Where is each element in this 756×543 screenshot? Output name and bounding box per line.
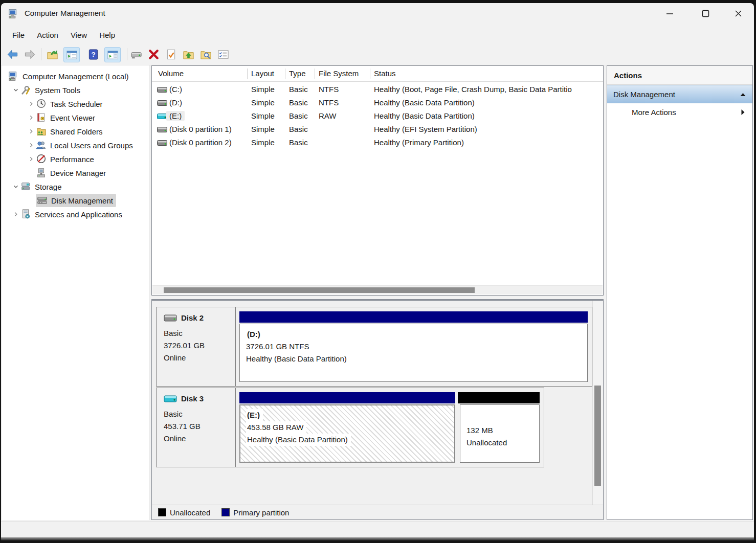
legend-swatch-unallocated [158, 508, 166, 516]
folder-up-button[interactable] [181, 47, 195, 61]
column-header-volume[interactable]: Volume [158, 69, 184, 78]
disk-type: Basic [164, 329, 183, 337]
chevron-right-icon[interactable] [27, 127, 36, 135]
chevron-right-icon[interactable] [27, 155, 36, 163]
volume-row-e-selected[interactable]: (E:) Simple Basic RAW Healthy (Basic Dat… [152, 110, 603, 123]
partition-size: 132 MB [466, 424, 539, 437]
sidebar-item-shared-folders[interactable]: Shared Folders [2, 125, 173, 138]
services-icon [20, 209, 33, 220]
horizontal-scrollbar-thumb[interactable] [164, 287, 475, 293]
minimize-button[interactable] [658, 3, 681, 24]
volume-row-disk0-partition1[interactable]: (Disk 0 partition 1) Simple Basic Health… [152, 123, 603, 137]
column-header-status[interactable]: Status [374, 69, 396, 78]
horizontal-scrollbar[interactable] [152, 285, 603, 295]
volume-row-d[interactable]: (D:) Simple Basic NTFS Healthy (Basic Da… [152, 97, 603, 110]
column-header-layout[interactable]: Layout [251, 69, 274, 78]
partition-d[interactable]: (D:) 3726.01 GB NTFS Healthy (Basic Data… [239, 324, 588, 382]
back-button[interactable] [5, 47, 19, 61]
toolbar-separator [41, 48, 41, 60]
drive-icon-selected [157, 113, 167, 120]
sidebar-item-device-manager[interactable]: Device Manager [2, 166, 173, 179]
menu-view[interactable]: View [64, 29, 93, 41]
actions-panel-title: Actions [607, 66, 752, 85]
more-actions-item[interactable]: More Actions [607, 104, 752, 120]
legend-label-unallocated: Unallocated [170, 508, 210, 517]
maximize-button[interactable] [694, 3, 717, 24]
disk-3-label-panel[interactable]: Disk 3 Basic 453.71 GB Online [157, 388, 236, 467]
legend-swatch-primary [221, 508, 230, 516]
help-icon: ? [87, 49, 99, 60]
expander-spacer [27, 196, 36, 205]
delete-icon [148, 49, 160, 60]
sidebar-item-performance[interactable]: Performance [2, 152, 173, 166]
partition-color-bar-unallocated [458, 392, 540, 403]
column-header-file-system[interactable]: File System [319, 69, 359, 78]
column-divider[interactable] [370, 69, 370, 79]
drive-icon [157, 126, 167, 133]
partition-size: 3726.01 GB NTFS [246, 341, 587, 353]
legend: Unallocated Primary partition [152, 505, 603, 519]
event-viewer-icon [36, 112, 48, 123]
chevron-right-icon[interactable] [27, 100, 36, 108]
partition-unallocated[interactable]: 132 MB Unallocated [460, 404, 540, 463]
actions-section-disk-management[interactable]: Disk Management [607, 85, 752, 103]
column-divider[interactable] [315, 69, 315, 79]
maximize-icon [702, 10, 709, 17]
view-options-button[interactable] [216, 47, 230, 61]
disk-icon [164, 314, 177, 322]
close-icon [735, 10, 742, 17]
chevron-right-icon[interactable] [11, 210, 20, 218]
sidebar-item-services-and-applications[interactable]: Services and Applications [2, 208, 158, 221]
sidebar-item-event-viewer[interactable]: Event Viewer [2, 111, 173, 124]
check-document-button[interactable] [164, 47, 178, 61]
collapse-up-icon[interactable] [740, 92, 746, 97]
drive-scan-icon [130, 49, 142, 60]
menu-action[interactable]: Action [31, 29, 64, 41]
drive-scan-button[interactable] [129, 47, 143, 61]
disk-type: Basic [164, 410, 183, 418]
forward-button[interactable] [23, 47, 37, 61]
chevron-down-icon[interactable] [11, 183, 20, 191]
action-pane-toggle-button[interactable] [104, 47, 121, 62]
legend-label-primary: Primary partition [233, 508, 289, 517]
column-divider[interactable] [247, 69, 248, 79]
close-button[interactable] [726, 3, 750, 24]
chevron-right-icon[interactable] [27, 114, 36, 122]
action-pane-icon [107, 49, 119, 61]
menu-help[interactable]: Help [93, 29, 121, 41]
pane-splitter[interactable] [151, 296, 604, 300]
window-bottom-edge [1, 537, 754, 540]
export-list-button[interactable] [45, 47, 59, 61]
disk-size: 453.71 GB [164, 422, 201, 431]
storage-icon [20, 181, 33, 192]
console-tree-toggle-button[interactable] [63, 47, 80, 62]
sidebar-item-computer-management[interactable]: Computer Management (Local) [2, 70, 155, 83]
actions-section-label: Disk Management [613, 90, 740, 99]
console-tree-icon [66, 49, 78, 61]
sidebar-item-disk-management[interactable]: Disk Management [2, 194, 173, 207]
sidebar-item-system-tools[interactable]: System Tools [2, 83, 158, 97]
help-button[interactable]: ? [86, 47, 100, 61]
chevron-down-icon[interactable] [11, 86, 20, 94]
users-icon [36, 140, 48, 151]
delete-button[interactable] [146, 47, 161, 61]
chevron-right-icon[interactable] [27, 141, 36, 149]
menu-file[interactable]: File [6, 29, 31, 41]
vertical-scrollbar[interactable] [592, 301, 603, 505]
vertical-scrollbar-thumb[interactable] [594, 386, 601, 486]
column-divider[interactable] [285, 69, 285, 79]
disk-2-label-panel[interactable]: Disk 2 Basic 3726.01 GB Online [157, 307, 236, 386]
sidebar-item-storage[interactable]: Storage [2, 180, 158, 193]
disk-3-group: Disk 3 Basic 453.71 GB Online (E:) 453.5… [156, 388, 544, 467]
volume-row-c[interactable]: (C:) Simple Basic NTFS Healthy (Boot, Pa… [152, 83, 603, 97]
sidebar-item-task-scheduler[interactable]: Task Scheduler [2, 97, 173, 110]
performance-icon [36, 153, 48, 165]
partition-e-selected[interactable]: (E:) 453.58 GB RAW Healthy (Basic Data P… [239, 404, 455, 463]
window-title: Computer Management [25, 9, 105, 17]
disk-graphical-view: Disk 2 Basic 3726.01 GB Online (D:) 3726… [151, 300, 604, 520]
volume-row-disk0-partition2[interactable]: (Disk 0 partition 2) Simple Basic Health… [152, 137, 603, 150]
column-header-type[interactable]: Type [289, 69, 306, 78]
folder-search-button[interactable] [198, 47, 213, 61]
sidebar-item-local-users-and-groups[interactable]: Local Users and Groups [2, 139, 173, 152]
toolbar: ? [1, 44, 754, 64]
